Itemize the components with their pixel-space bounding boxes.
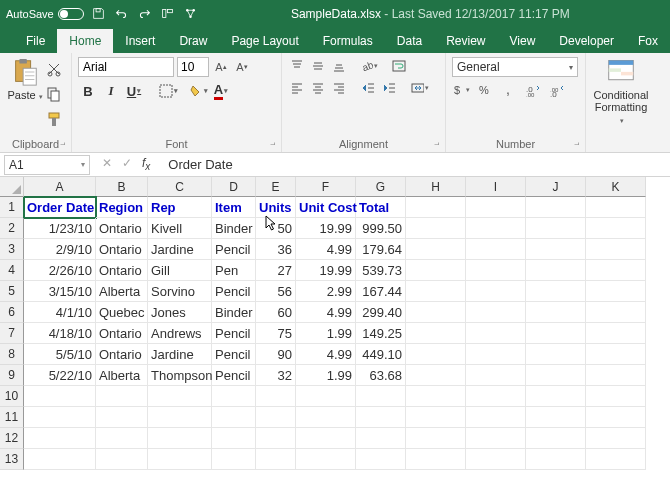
cell[interactable] — [406, 449, 466, 470]
qa-icon-2[interactable] — [184, 7, 197, 22]
orientation-icon[interactable]: ab — [360, 57, 378, 75]
column-header[interactable]: K — [586, 177, 646, 197]
font-name-select[interactable] — [78, 57, 174, 77]
cell[interactable] — [466, 218, 526, 239]
cell[interactable] — [586, 323, 646, 344]
cell[interactable] — [526, 197, 586, 218]
cell[interactable] — [526, 449, 586, 470]
decrease-indent-icon[interactable] — [360, 79, 378, 97]
cell[interactable] — [406, 260, 466, 281]
cell[interactable] — [526, 218, 586, 239]
cell[interactable]: 539.73 — [356, 260, 406, 281]
cancel-formula-icon[interactable]: ✕ — [102, 156, 112, 172]
cell[interactable] — [24, 407, 96, 428]
increase-decimal-icon[interactable]: .0.00 — [524, 81, 542, 99]
cell[interactable] — [212, 386, 256, 407]
cell[interactable] — [356, 407, 406, 428]
cell[interactable]: Unit Cost — [296, 197, 356, 218]
redo-icon[interactable] — [138, 7, 151, 22]
cell[interactable]: Rep — [148, 197, 212, 218]
cell[interactable] — [586, 386, 646, 407]
save-icon[interactable] — [92, 7, 105, 22]
cell[interactable]: 4/18/10 — [24, 323, 96, 344]
row-header[interactable]: 6 — [0, 302, 24, 323]
bold-button[interactable]: B — [78, 81, 98, 101]
cell[interactable] — [466, 428, 526, 449]
italic-button[interactable]: I — [101, 81, 121, 101]
cell[interactable]: 2/26/10 — [24, 260, 96, 281]
cell[interactable] — [212, 407, 256, 428]
cell[interactable]: 90 — [256, 344, 296, 365]
row-header[interactable]: 3 — [0, 239, 24, 260]
grow-font-icon[interactable]: A▴ — [212, 58, 230, 76]
cell[interactable]: 999.50 — [356, 218, 406, 239]
cell[interactable] — [526, 323, 586, 344]
cell[interactable]: 4.99 — [296, 302, 356, 323]
cell[interactable] — [466, 239, 526, 260]
cell[interactable]: Ontario — [96, 323, 148, 344]
cell[interactable] — [148, 386, 212, 407]
border-button[interactable] — [158, 81, 178, 101]
cell[interactable] — [526, 365, 586, 386]
number-format-select[interactable]: General▾ — [452, 57, 578, 77]
increase-indent-icon[interactable] — [381, 79, 399, 97]
cell[interactable] — [466, 197, 526, 218]
cell[interactable] — [24, 386, 96, 407]
cell[interactable] — [406, 428, 466, 449]
cell[interactable] — [466, 407, 526, 428]
tab-page-layout[interactable]: Page Layout — [219, 29, 310, 53]
cell[interactable]: Jardine — [148, 344, 212, 365]
cell[interactable]: 19.99 — [296, 218, 356, 239]
cell[interactable] — [466, 386, 526, 407]
cell[interactable] — [212, 449, 256, 470]
cell[interactable]: Andrews — [148, 323, 212, 344]
cell[interactable] — [256, 428, 296, 449]
font-color-button[interactable]: A — [211, 81, 231, 101]
cell[interactable] — [586, 239, 646, 260]
cell[interactable]: Ontario — [96, 218, 148, 239]
cell[interactable] — [148, 407, 212, 428]
cell[interactable]: 1.99 — [296, 323, 356, 344]
cell[interactable]: 1/23/10 — [24, 218, 96, 239]
cell[interactable] — [296, 428, 356, 449]
row-header[interactable]: 7 — [0, 323, 24, 344]
cell[interactable] — [466, 281, 526, 302]
cell[interactable]: Pencil — [212, 344, 256, 365]
cell[interactable]: Jardine — [148, 239, 212, 260]
column-header[interactable]: E — [256, 177, 296, 197]
cell[interactable]: Pencil — [212, 323, 256, 344]
row-header[interactable]: 5 — [0, 281, 24, 302]
fx-icon[interactable]: fx — [142, 156, 150, 172]
merge-center-icon[interactable] — [411, 79, 429, 97]
cell[interactable] — [466, 260, 526, 281]
cell[interactable]: 299.40 — [356, 302, 406, 323]
cell[interactable] — [526, 281, 586, 302]
tab-draw[interactable]: Draw — [167, 29, 219, 53]
cell[interactable]: 4.99 — [296, 344, 356, 365]
cell[interactable]: 75 — [256, 323, 296, 344]
cell[interactable]: 149.25 — [356, 323, 406, 344]
cell[interactable] — [526, 260, 586, 281]
cell[interactable] — [96, 428, 148, 449]
tab-insert[interactable]: Insert — [113, 29, 167, 53]
cell[interactable]: 27 — [256, 260, 296, 281]
row-header[interactable]: 9 — [0, 365, 24, 386]
cell[interactable]: Pencil — [212, 239, 256, 260]
cell[interactable] — [466, 344, 526, 365]
qa-icon[interactable] — [161, 7, 174, 22]
column-header[interactable]: H — [406, 177, 466, 197]
cell[interactable]: 2.99 — [296, 281, 356, 302]
cell[interactable]: 50 — [256, 218, 296, 239]
cell[interactable]: 167.44 — [356, 281, 406, 302]
column-header[interactable]: A — [24, 177, 96, 197]
align-center-icon[interactable] — [309, 79, 327, 97]
cell[interactable]: Sorvino — [148, 281, 212, 302]
tab-home[interactable]: Home — [57, 29, 113, 53]
cell[interactable] — [586, 344, 646, 365]
cell[interactable]: 5/22/10 — [24, 365, 96, 386]
cell[interactable] — [356, 449, 406, 470]
cell[interactable]: 1.99 — [296, 365, 356, 386]
formula-input[interactable]: Order Date — [162, 157, 670, 172]
cell[interactable]: Region — [96, 197, 148, 218]
name-box[interactable]: A1▾ — [4, 155, 90, 175]
